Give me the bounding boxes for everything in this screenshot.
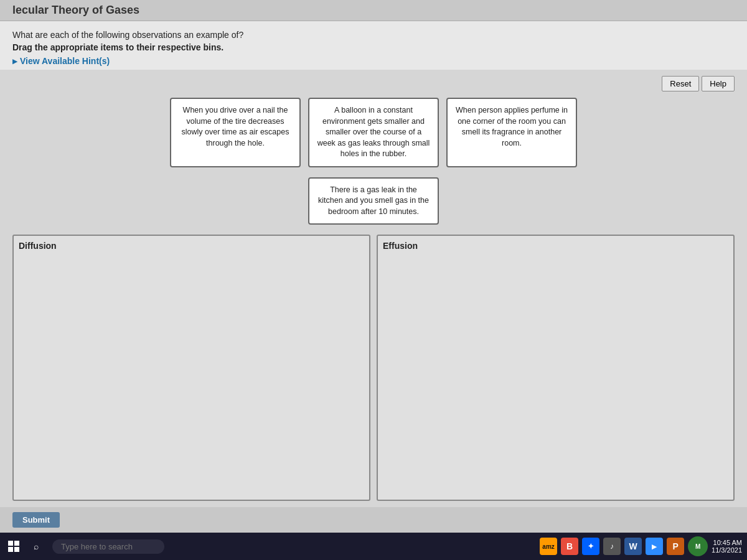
bottom-bar: Submit	[0, 507, 747, 533]
drag-items-row2: There is a gas leak in the kitchen and y…	[12, 177, 735, 225]
taskbar-word-icon[interactable]: W	[624, 538, 642, 555]
help-button[interactable]: Help	[702, 76, 735, 91]
svg-rect-0	[8, 541, 13, 546]
question-text: What are each of the following observati…	[12, 30, 735, 40]
taskbar-p-icon[interactable]: P	[667, 538, 684, 555]
diffusion-label: Diffusion	[19, 241, 364, 251]
drag-card-3-text: When person applies perfume in one corne…	[456, 106, 568, 147]
main-content: Reset Help When you drive over a nail th…	[0, 70, 747, 507]
drag-card-2[interactable]: A balloon in a constant environment gets…	[308, 98, 439, 167]
drag-card-4-text: There is a gas leak in the kitchen and y…	[318, 185, 429, 216]
hint-link[interactable]: View Available Hint(s)	[12, 56, 735, 66]
drag-card-4[interactable]: There is a gas leak in the kitchen and y…	[308, 177, 439, 225]
drag-items-area: When you drive over a nail the volume of…	[12, 98, 735, 167]
drag-card-3[interactable]: When person applies perfume in one corne…	[446, 98, 577, 167]
taskbar-mas-icon[interactable]: M	[688, 536, 708, 556]
taskbar: ⌕ amz B ✦ ♪ W ▶ P M 10:45 AM 11/3/2021	[0, 533, 747, 560]
effusion-label: Effusion	[383, 241, 728, 251]
start-button[interactable]	[5, 538, 22, 555]
drop-zone-effusion[interactable]: Effusion	[377, 235, 735, 501]
drop-zones-row: Diffusion Effusion	[12, 235, 735, 501]
search-button[interactable]: ⌕	[26, 536, 46, 556]
svg-rect-2	[8, 547, 13, 552]
submit-button[interactable]: Submit	[12, 512, 60, 528]
question-area: What are each of the following observati…	[0, 21, 747, 70]
reset-button[interactable]: Reset	[662, 76, 699, 91]
taskbar-zoom-icon[interactable]: ▶	[646, 538, 663, 555]
drag-card-1[interactable]: When you drive over a nail the volume of…	[170, 98, 301, 167]
taskbar-vol-icon[interactable]: ♪	[603, 538, 621, 555]
svg-rect-1	[14, 541, 19, 546]
taskbar-right: amz B ✦ ♪ W ▶ P M 10:45 AM 11/3/2021	[540, 536, 742, 556]
drag-card-1-text: When you drive over a nail the volume of…	[182, 106, 289, 147]
drop-zone-diffusion[interactable]: Diffusion	[12, 235, 370, 501]
taskbar-dropbox-icon[interactable]: ✦	[582, 538, 599, 555]
reset-help-row: Reset Help	[12, 76, 735, 91]
drag-card-2-text: A balloon in a constant environment gets…	[317, 106, 430, 158]
svg-rect-3	[14, 547, 19, 552]
page-title: lecular Theory of Gases	[12, 4, 139, 16]
taskbar-search-input[interactable]	[52, 539, 164, 554]
top-bar: lecular Theory of Gases	[0, 0, 747, 21]
hint-label: View Available Hint(s)	[20, 56, 110, 66]
taskbar-amazon-icon[interactable]: amz	[540, 538, 557, 555]
taskbar-time: 10:45 AM 11/3/2021	[712, 539, 742, 554]
drag-instruction: Drag the appropriate items to their resp…	[12, 42, 735, 52]
taskbar-b-icon[interactable]: B	[561, 538, 578, 555]
